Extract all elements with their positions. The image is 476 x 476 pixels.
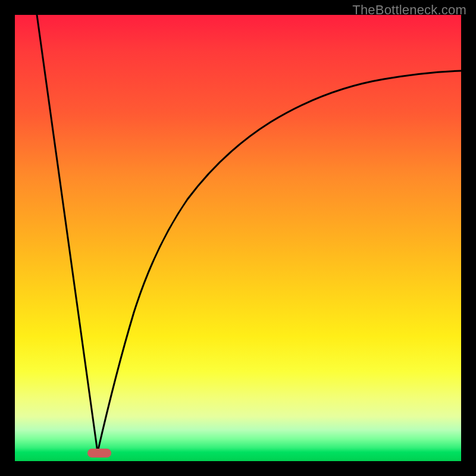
chart-stage: TheBottleneck.com <box>0 0 476 476</box>
chart-curves <box>15 15 461 461</box>
plot-area <box>15 15 461 461</box>
left-line-path <box>37 15 98 452</box>
cusp-lozenge <box>87 449 111 458</box>
right-curve-path <box>98 71 461 452</box>
